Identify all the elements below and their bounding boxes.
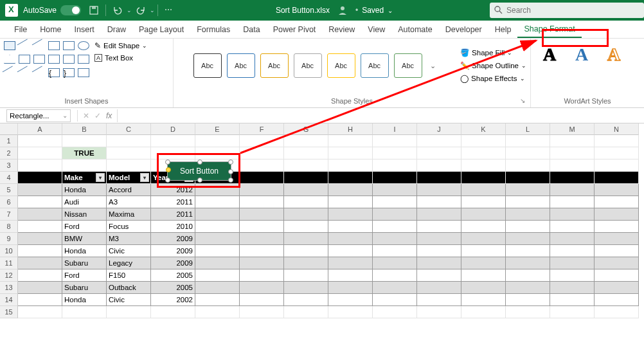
cell[interactable]	[506, 257, 550, 269]
cell[interactable]	[284, 184, 328, 196]
edit-shape-button[interactable]: ✎Edit Shape⌄	[94, 41, 147, 50]
chevron-down-icon[interactable]: ⌄	[62, 112, 67, 119]
cell[interactable]	[506, 196, 550, 208]
cell[interactable]	[328, 294, 373, 306]
cell[interactable]	[595, 159, 639, 172]
cell[interactable]	[373, 269, 417, 282]
tab-developer[interactable]: Developer	[439, 21, 488, 38]
cell[interactable]	[506, 245, 550, 257]
cell[interactable]	[328, 245, 373, 257]
row-header[interactable]: 3	[0, 159, 18, 172]
name-box[interactable]: Rectangle... ⌄	[6, 109, 71, 122]
cell[interactable]	[240, 257, 284, 269]
row-header[interactable]: 14	[0, 294, 18, 306]
cell[interactable]	[195, 208, 240, 221]
row-header[interactable]: 6	[0, 196, 18, 208]
style-chip[interactable]: Abc	[394, 53, 422, 78]
cell[interactable]	[328, 184, 373, 196]
cell[interactable]: 2010	[151, 221, 195, 233]
cell[interactable]: Focus	[107, 221, 151, 233]
style-chip[interactable]: Abc	[327, 53, 355, 78]
cell[interactable]	[240, 135, 284, 147]
rotation-handle-icon[interactable]	[166, 167, 171, 172]
cell[interactable]	[417, 135, 461, 147]
col-header[interactable]: A	[18, 123, 62, 135]
shape-outline-button[interactable]: ✏️Shape Outline⌄	[460, 61, 526, 70]
cell[interactable]	[550, 159, 595, 172]
cell[interactable]	[18, 159, 62, 172]
cell[interactable]	[195, 269, 240, 282]
cell[interactable]	[373, 208, 417, 221]
cell[interactable]: 2009	[151, 245, 195, 257]
cell[interactable]	[373, 135, 417, 147]
col-header[interactable]: D	[151, 123, 195, 135]
cell[interactable]: Make▾	[62, 172, 107, 184]
cell[interactable]	[240, 184, 284, 196]
cell[interactable]	[550, 233, 595, 245]
cell[interactable]: Model▾	[107, 172, 151, 184]
cell[interactable]	[240, 306, 284, 318]
cell[interactable]	[107, 306, 151, 318]
cell[interactable]: Subaru	[62, 282, 107, 294]
cell[interactable]	[240, 208, 284, 221]
cell[interactable]	[550, 147, 595, 159]
resize-handle-icon[interactable]	[197, 159, 202, 165]
cell[interactable]	[195, 221, 240, 233]
cell[interactable]	[506, 282, 550, 294]
cell[interactable]	[284, 257, 328, 269]
cell[interactable]	[461, 147, 506, 159]
cell[interactable]	[18, 172, 62, 184]
cell[interactable]	[461, 245, 506, 257]
cell[interactable]	[373, 233, 417, 245]
undo-icon[interactable]	[112, 5, 123, 15]
row-header[interactable]: 12	[0, 269, 18, 282]
cell[interactable]	[417, 245, 461, 257]
cell[interactable]	[18, 184, 62, 196]
cell[interactable]	[328, 208, 373, 221]
style-chip[interactable]: Abc	[294, 53, 322, 78]
cell[interactable]	[461, 159, 506, 172]
cell[interactable]: 2011	[151, 196, 195, 208]
tab-power-pivot[interactable]: Power Pivot	[267, 21, 323, 38]
cell[interactable]	[18, 282, 62, 294]
cell[interactable]	[417, 172, 461, 184]
cell[interactable]	[107, 159, 151, 172]
cell[interactable]	[18, 294, 62, 306]
cell[interactable]	[240, 294, 284, 306]
cell[interactable]	[461, 306, 506, 318]
resize-handle-icon[interactable]	[165, 178, 170, 183]
cell[interactable]	[506, 221, 550, 233]
search-box[interactable]	[490, 3, 644, 18]
chevron-down-icon[interactable]: ⌄	[388, 7, 393, 14]
cell[interactable]	[284, 147, 328, 159]
cell[interactable]: 2009	[151, 233, 195, 245]
cell[interactable]	[417, 159, 461, 172]
cell[interactable]	[284, 245, 328, 257]
row-header[interactable]: 4	[0, 172, 18, 184]
cancel-icon[interactable]: ✕	[80, 111, 92, 120]
cell[interactable]	[550, 172, 595, 184]
cell[interactable]	[550, 208, 595, 221]
cell[interactable]	[595, 221, 639, 233]
col-header[interactable]: H	[328, 123, 373, 135]
row-header[interactable]: 5	[0, 184, 18, 196]
tab-draw[interactable]: Draw	[101, 21, 132, 38]
cell[interactable]	[506, 184, 550, 196]
cell[interactable]: Ford	[62, 221, 107, 233]
cell[interactable]: Subaru	[62, 257, 107, 269]
cell[interactable]: BMW	[62, 233, 107, 245]
cell[interactable]	[107, 147, 151, 159]
cell[interactable]	[328, 147, 373, 159]
resize-handle-icon[interactable]	[197, 178, 202, 183]
cell[interactable]	[240, 147, 284, 159]
cell[interactable]	[328, 282, 373, 294]
col-header[interactable]: N	[595, 123, 639, 135]
cell[interactable]	[62, 135, 107, 147]
qat-overflow-icon[interactable]: ⋯	[165, 5, 175, 15]
cell[interactable]	[595, 147, 639, 159]
cell[interactable]	[240, 269, 284, 282]
cell[interactable]	[550, 294, 595, 306]
cell[interactable]	[240, 245, 284, 257]
cell[interactable]	[62, 306, 107, 318]
cell[interactable]	[417, 257, 461, 269]
